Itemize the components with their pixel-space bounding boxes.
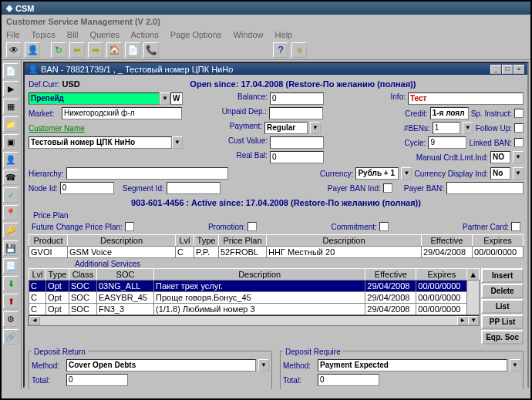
dq-method-field[interactable]: Payment Expected	[318, 359, 507, 371]
tool-refresh-icon[interactable]: ↻	[51, 42, 66, 58]
menu-queries[interactable]: Queries	[90, 30, 120, 39]
pp-col-pp[interactable]: Price Plan	[219, 235, 267, 247]
pp-col-lvl[interactable]: Lvl	[176, 235, 194, 247]
pp-col-desc[interactable]: Description	[68, 235, 176, 247]
segment-field[interactable]	[167, 182, 221, 194]
as-row-2[interactable]: COptSOC FN3_3(1/1.8) Любимый номер 3 29/…	[29, 304, 480, 315]
lt-fwd-icon[interactable]: ▶	[3, 81, 19, 96]
currency-dropdown-icon[interactable]: ▼	[401, 167, 412, 180]
payer-ind-checkbox[interactable]	[383, 183, 392, 193]
cust-name-field[interactable]: Тестовый номер ЦПК НиНо	[29, 136, 172, 149]
tool-fwd-icon[interactable]: ➡	[88, 42, 103, 58]
payer-field[interactable]	[446, 182, 524, 194]
as-col-exp[interactable]: Expires	[416, 269, 467, 281]
lt-pin-icon[interactable]: 📍	[3, 205, 19, 220]
scroll-left-icon[interactable]: ◄	[29, 316, 40, 325]
payment-dropdown-icon[interactable]: ▼	[310, 122, 321, 134]
currency-field[interactable]: Рубль + 1	[355, 167, 399, 180]
market-field: Нижегородский ф-л	[62, 107, 182, 119]
lt-doc-icon[interactable]: 📄	[3, 63, 19, 79]
menu-actions[interactable]: Actions	[131, 30, 159, 39]
bens-label: #BENs:	[404, 124, 430, 133]
pp-row[interactable]: GVOIGSM Voice CP.P. 52FROBLННГ Местный 2…	[29, 247, 524, 258]
lt-check-icon[interactable]: ✓	[3, 187, 19, 203]
future-pp-checkbox[interactable]	[125, 222, 134, 231]
tool-doc-icon[interactable]: 📄	[125, 42, 140, 58]
dq-method-dropdown-icon[interactable]: ▼	[510, 359, 520, 371]
lt-cfg-icon[interactable]: ⚙	[3, 311, 19, 327]
credit-field: 1-я лоял	[430, 107, 469, 119]
lt-up-icon[interactable]: ⬆	[3, 294, 19, 309]
tool-back-icon[interactable]: ⬅	[69, 42, 85, 58]
tool-eye-icon[interactable]: 👁	[6, 42, 22, 58]
tool-exit-icon[interactable]: ⎆	[291, 42, 307, 58]
eqpsoc-button[interactable]: Eqp. Soc	[481, 330, 524, 345]
sp-instruct-checkbox[interactable]	[514, 109, 524, 118]
menu-bill[interactable]: Bill	[67, 30, 79, 39]
lt-box-icon[interactable]: ▣	[3, 134, 19, 150]
lt-in-icon[interactable]: ⬇	[3, 276, 19, 291]
as-col-class[interactable]: Class	[69, 269, 97, 281]
hierarchy-field[interactable]	[66, 167, 228, 180]
menu-topics[interactable]: Topics	[32, 30, 56, 39]
partner-checkbox[interactable]	[511, 222, 520, 231]
plan-dropdown-icon[interactable]: ▼	[160, 92, 170, 105]
insert-button[interactable]: Insert	[481, 268, 524, 283]
scroll-right-icon[interactable]: ►	[457, 316, 468, 325]
as-col-lvl[interactable]: Lvl	[29, 269, 46, 281]
as-col-soc[interactable]: SOC	[97, 269, 154, 281]
manual-dropdown-icon[interactable]: ▼	[513, 151, 524, 163]
as-col-desc[interactable]: Description	[154, 269, 365, 281]
cust-name-label[interactable]: Customer Name	[29, 124, 180, 133]
as-row-0[interactable]: COptSOC 03NG_ALLПакет трех услуг. 29/04/…	[29, 281, 480, 292]
menu-page-options[interactable]: Page Options	[170, 30, 222, 39]
lt-disk-icon[interactable]: 💾	[3, 240, 19, 256]
as-row-1[interactable]: COptSOC EASYBR_45Проще говоря.Бонус_45 2…	[29, 292, 480, 304]
lt-page-icon[interactable]: 📃	[3, 258, 19, 274]
linked-checkbox[interactable]	[514, 138, 524, 147]
lt-key-icon[interactable]: 🔑	[3, 223, 19, 238]
list-button[interactable]: List	[481, 299, 524, 314]
lt-folder-icon[interactable]: 📁	[3, 116, 19, 132]
curr-disp-field[interactable]: No	[490, 167, 510, 180]
pp-col-desc2[interactable]: Description	[267, 235, 422, 247]
menu-help[interactable]: Help	[275, 30, 293, 39]
lt-phone-icon[interactable]: ☎	[3, 170, 19, 185]
menu-file[interactable]: File	[6, 30, 20, 39]
close-button[interactable]: ×	[513, 65, 524, 74]
scroll-down-icon[interactable]: ▼	[468, 316, 479, 325]
delete-button[interactable]: Delete	[481, 284, 524, 298]
dr-method-dropdown-icon[interactable]: ▼	[258, 359, 269, 371]
as-col-type[interactable]: Type	[46, 269, 69, 281]
menu-window[interactable]: Window	[233, 30, 263, 39]
tool-user-icon[interactable]: 👤	[25, 42, 40, 58]
as-scroll-up-icon[interactable]: ▲	[467, 269, 480, 281]
lt-user-icon[interactable]: 👤	[3, 152, 19, 167]
promo-checkbox[interactable]	[247, 222, 257, 231]
cust-name-dropdown-icon[interactable]: ▼	[172, 136, 183, 149]
lt-link-icon[interactable]: 🔗	[3, 329, 19, 345]
commit-checkbox[interactable]	[379, 222, 389, 231]
plan-field[interactable]: Препейд	[29, 92, 160, 105]
curr-disp-dropdown-icon[interactable]: ▼	[513, 167, 524, 180]
tool-house-icon[interactable]: 🏠	[106, 42, 122, 58]
tool-phone-icon[interactable]: 📞	[143, 42, 159, 58]
payment-field[interactable]: Regular	[264, 122, 308, 134]
bens-dropdown-icon[interactable]: ▼	[463, 122, 473, 134]
pplist-button[interactable]: PP List	[481, 314, 524, 329]
pp-col-product[interactable]: Product	[29, 235, 68, 247]
as-col-eff[interactable]: Effective	[365, 269, 416, 281]
pp-col-eff[interactable]: Effective	[422, 235, 473, 247]
dr-method-field[interactable]: Cover Open Debts	[66, 359, 256, 371]
manual-field[interactable]: NO	[490, 151, 510, 163]
pp-col-type[interactable]: Type	[194, 235, 219, 247]
tool-help-icon[interactable]: ?	[273, 42, 288, 58]
as-hscroll[interactable]: ◄ ► ▼	[29, 315, 480, 326]
pp-col-exp[interactable]: Expires	[473, 235, 524, 247]
maximize-button[interactable]: □	[502, 65, 513, 74]
lt-grid-icon[interactable]: ▦	[3, 99, 19, 114]
node-field[interactable]: 0	[60, 182, 114, 194]
minimize-button[interactable]: _	[490, 65, 501, 74]
bens-field[interactable]: 1	[433, 122, 460, 134]
follow-checkbox[interactable]	[514, 123, 524, 133]
